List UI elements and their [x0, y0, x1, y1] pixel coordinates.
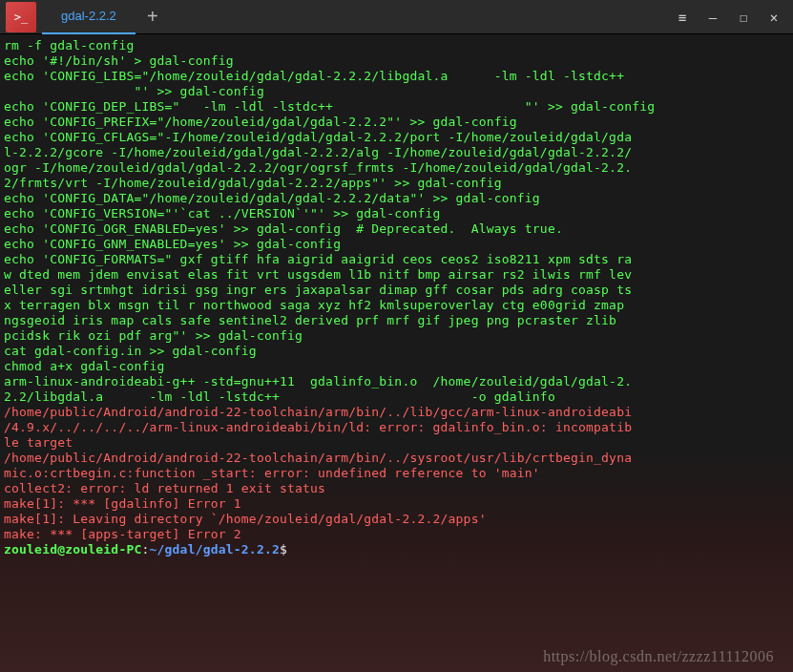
terminal-line: echo 'CONFIG_FORMATS=" gxf gtiff hfa aig…: [4, 252, 789, 267]
terminal-line: /home/public/Android/android-22-toolchai…: [4, 405, 789, 420]
terminal-line: 2/frmts/vrt -I/home/zouleid/gdal/gdal-2.…: [4, 176, 789, 191]
menu-icon: ≡: [678, 10, 686, 25]
terminal-area[interactable]: rm -f gdal-configecho '#!/bin/sh' > gdal…: [0, 34, 793, 672]
terminal-line: rm -f gdal-config: [4, 38, 789, 53]
terminal-line: /home/public/Android/android-22-toolchai…: [4, 451, 789, 466]
terminal-line: make[1]: *** [gdalinfo] Error 1: [4, 496, 789, 512]
terminal-line: l-2.2.2/gcore -I/home/zouleid/gdal/gdal-…: [4, 145, 789, 160]
terminal-line: echo 'CONFIG_PREFIX="/home/zouleid/gdal/…: [4, 115, 789, 130]
prompt-user-host: zouleid@zouleid-PC: [4, 542, 141, 556]
terminal-line: cat gdal-config.in >> gdal-config: [4, 344, 789, 359]
terminal-line: chmod a+x gdal-config: [4, 359, 789, 374]
watermark: https://blog.csdn.net/zzzz11112006: [543, 649, 774, 664]
prompt-line: zouleid@zouleid-PC:~/gdal/gdal-2.2.2$: [4, 542, 789, 557]
tab-active[interactable]: gdal-2.2.2: [42, 0, 136, 34]
terminal-line: collect2: error: ld returned 1 exit stat…: [4, 481, 789, 496]
terminal-line: ngsgeoid iris map cals safe sentinel2 de…: [4, 313, 789, 328]
titlebar: >_ gdal-2.2.2 + ≡ — ☐ ✕: [0, 0, 793, 34]
terminal-line: ogr -I/home/zouleid/gdal/gdal-2.2.2/ogr/…: [4, 160, 789, 176]
terminal-line: echo 'CONFIG_LIBS="/home/zouleid/gdal/gd…: [4, 69, 789, 84]
window-controls: ≡ — ☐ ✕: [669, 4, 793, 31]
terminal-output: rm -f gdal-configecho '#!/bin/sh' > gdal…: [4, 38, 789, 542]
terminal-line: mic.o:crtbegin.c:function _start: error:…: [4, 466, 789, 481]
terminal-line: echo 'CONFIG_CFLAGS="-I/home/zouleid/gda…: [4, 130, 789, 145]
maximize-icon: ☐: [740, 10, 747, 25]
minimize-button[interactable]: —: [699, 4, 726, 31]
terminal-line: arm-linux-androideabi-g++ -std=gnu++11 g…: [4, 374, 789, 389]
terminal-line: 2.2/libgdal.a -lm -ldl -lstdc++ -o gdali…: [4, 389, 789, 405]
terminal-line: x terragen blx msgn til r northwood saga…: [4, 298, 789, 313]
maximize-button[interactable]: ☐: [730, 4, 757, 31]
terminal-icon: >_: [14, 10, 28, 24]
close-button[interactable]: ✕: [761, 4, 787, 31]
close-icon: ✕: [770, 10, 778, 25]
prompt-colon: :: [141, 542, 149, 556]
terminal-line: echo 'CONFIG_OGR_ENABLED=yes' >> gdal-co…: [4, 221, 789, 237]
terminal-line: make[1]: Leaving directory `/home/zoulei…: [4, 512, 789, 527]
terminal-line: echo 'CONFIG_VERSION="'`cat ../VERSION`'…: [4, 206, 789, 221]
minimize-icon: —: [709, 10, 717, 25]
menu-button[interactable]: ≡: [669, 4, 696, 31]
terminal-line: eller sgi srtmhgt idrisi gsg ingr ers ja…: [4, 283, 789, 298]
terminal-line: make: *** [apps-target] Error 2: [4, 527, 789, 542]
terminal-line: w dted mem jdem envisat elas fit vrt usg…: [4, 267, 789, 283]
new-tab-button[interactable]: +: [136, 0, 170, 34]
terminal-line: /4.9.x/../../../../arm-linux-androideabi…: [4, 420, 789, 435]
prompt-dollar: $: [280, 542, 287, 556]
plus-icon: +: [147, 6, 158, 28]
terminal-line: echo 'CONFIG_DEP_LIBS=" -lm -ldl -lstdc+…: [4, 99, 789, 115]
terminal-line: "' >> gdal-config: [4, 84, 789, 99]
terminal-line: echo '#!/bin/sh' > gdal-config: [4, 53, 789, 69]
tab-label: gdal-2.2.2: [61, 9, 116, 23]
terminal-line: echo 'CONFIG_DATA="/home/zouleid/gdal/gd…: [4, 191, 789, 206]
terminal-line: le target: [4, 435, 789, 451]
terminal-app-icon: >_: [6, 2, 36, 32]
terminal-line: pcidsk rik ozi pdf arg"' >> gdal-config: [4, 328, 789, 344]
terminal-line: echo 'CONFIG_GNM_ENABLED=yes' >> gdal-co…: [4, 237, 789, 252]
prompt-path: ~/gdal/gdal-2.2.2: [150, 542, 280, 556]
